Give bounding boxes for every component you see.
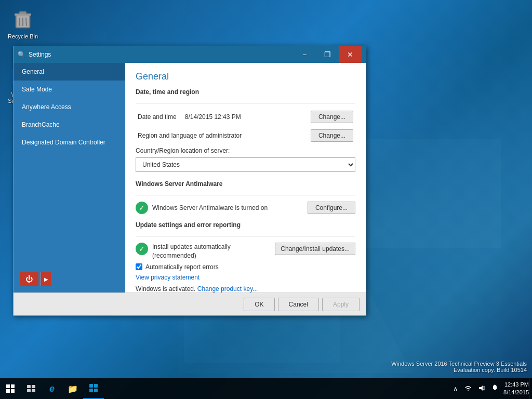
sidebar-nav: General Safe Mode Anywhere Access Branch… bbox=[14, 63, 125, 265]
dashboard-button[interactable] bbox=[83, 378, 104, 399]
date-time-section-title: Date, time and region bbox=[136, 88, 355, 98]
settings-window: 🔍 Settings − ❐ ✕ General Safe Mode bbox=[13, 46, 366, 316]
sidebar-item-anywhere-access[interactable]: Anywhere Access bbox=[14, 98, 125, 116]
taskbar-clock[interactable]: 12:43 PM 8/14/2015 bbox=[503, 381, 529, 397]
sidebar: General Safe Mode Anywhere Access Branch… bbox=[14, 63, 125, 292]
configure-button[interactable]: Configure... bbox=[308, 202, 355, 214]
svg-rect-3 bbox=[345, 254, 501, 363]
watermark: Windows Server 2016 Technical Preview 3 … bbox=[391, 361, 527, 373]
window-body: General Safe Mode Anywhere Access Branch… bbox=[14, 63, 366, 292]
region-row: Region and language of administrator Cha… bbox=[136, 128, 355, 143]
cancel-button[interactable]: Cancel bbox=[278, 298, 319, 311]
svg-rect-9 bbox=[19, 11, 26, 14]
svg-line-12 bbox=[26, 18, 26, 26]
svg-rect-8 bbox=[15, 14, 31, 16]
file-explorer-button[interactable]: 📁 bbox=[62, 378, 83, 399]
svg-rect-24 bbox=[11, 389, 15, 393]
taskbar: e 📁 ∧ bbox=[0, 378, 532, 399]
country-select[interactable]: United States bbox=[136, 157, 355, 172]
privacy-statement-link[interactable]: View privacy statement bbox=[136, 274, 355, 281]
taskbar-system-icons: ∧ bbox=[448, 383, 503, 394]
product-key-link[interactable]: Change product key... bbox=[197, 285, 258, 292]
date-time-label: Date and time bbox=[138, 113, 177, 121]
power-button[interactable]: ⏻ bbox=[20, 272, 38, 286]
minimize-button[interactable]: − bbox=[293, 46, 316, 63]
svg-rect-22 bbox=[11, 384, 15, 388]
page-title: General bbox=[136, 71, 355, 82]
date-time-row: Date and time 8/14/2015 12:43 PM Change.… bbox=[136, 110, 355, 124]
antimalware-status-icon: ✓ bbox=[136, 202, 148, 214]
svg-rect-31 bbox=[89, 389, 93, 392]
auto-report-row: Automatically report errors bbox=[136, 263, 355, 271]
svg-rect-23 bbox=[6, 389, 10, 393]
desktop: Recycle Bin WindowsServer Es... 🔍 Settin… bbox=[0, 0, 532, 399]
date-change-button[interactable]: Change... bbox=[311, 111, 353, 123]
auto-report-label: Automatically report errors bbox=[145, 263, 219, 271]
antimalware-row: ✓ Windows Server Antimalware is turned o… bbox=[136, 202, 355, 214]
taskbar-time-display: 12:43 PM bbox=[503, 381, 529, 389]
network-icon[interactable] bbox=[463, 384, 473, 394]
update-text: Install updates automatically (recommend… bbox=[152, 243, 231, 260]
section-divider-1 bbox=[136, 103, 355, 103]
update-section-title: Update settings and error reporting bbox=[136, 221, 355, 231]
sidebar-item-general[interactable]: General bbox=[14, 63, 125, 81]
country-label: Country/Region location of server: bbox=[136, 147, 355, 154]
antimalware-section: ✓ Windows Server Antimalware is turned o… bbox=[136, 202, 355, 214]
notification-icon[interactable] bbox=[490, 383, 499, 394]
window-title: Settings bbox=[29, 51, 293, 58]
sidebar-item-designated-dc[interactable]: Designated Domain Controller bbox=[14, 134, 125, 151]
svg-rect-30 bbox=[94, 384, 98, 388]
restore-button[interactable]: ❐ bbox=[316, 46, 339, 63]
title-bar: 🔍 Settings − ❐ ✕ bbox=[14, 46, 366, 63]
recycle-bin-icon bbox=[10, 6, 35, 31]
svg-marker-33 bbox=[479, 385, 483, 391]
apply-button[interactable]: Apply bbox=[322, 298, 360, 311]
section-divider-2 bbox=[136, 195, 355, 195]
svg-rect-1 bbox=[345, 139, 501, 248]
taskbar-date-display: 8/14/2015 bbox=[503, 389, 529, 396]
date-time-value: 8/14/2015 12:43 PM bbox=[185, 113, 241, 121]
svg-rect-29 bbox=[89, 384, 93, 388]
edge-button[interactable]: e bbox=[42, 378, 62, 399]
svg-rect-21 bbox=[6, 384, 10, 388]
svg-rect-32 bbox=[94, 389, 98, 392]
close-button[interactable]: ✕ bbox=[339, 46, 362, 63]
watermark-line2: Evaluation copy. Build 10514 bbox=[391, 367, 527, 373]
update-section: ✓ Install updates automatically (recomme… bbox=[136, 243, 355, 292]
antimalware-status-text: Windows Server Antimalware is turned on bbox=[152, 204, 268, 211]
task-view-button[interactable] bbox=[21, 378, 42, 399]
show-desktop-button[interactable] bbox=[529, 378, 532, 399]
svg-line-10 bbox=[19, 18, 20, 26]
svg-rect-28 bbox=[32, 389, 35, 392]
sidebar-bottom: ⏻ ▶ bbox=[14, 265, 125, 292]
country-region-row: Country/Region location of server: Unite… bbox=[136, 147, 355, 172]
update-status-icon: ✓ bbox=[136, 243, 148, 255]
activation-row: Windows is activated. Change product key… bbox=[136, 285, 355, 292]
region-label: Region and language of administrator bbox=[138, 132, 242, 139]
update-left: ✓ Install updates automatically (recomme… bbox=[136, 243, 231, 260]
antimalware-status: ✓ Windows Server Antimalware is turned o… bbox=[136, 202, 268, 214]
power-arrow-button[interactable]: ▶ bbox=[41, 272, 51, 286]
auto-report-checkbox[interactable] bbox=[136, 263, 142, 270]
update-row: ✓ Install updates automatically (recomme… bbox=[136, 243, 355, 260]
ok-button[interactable]: OK bbox=[244, 298, 274, 311]
bottom-bar: OK Cancel Apply bbox=[14, 292, 366, 315]
svg-rect-26 bbox=[32, 385, 35, 388]
start-button[interactable] bbox=[0, 378, 21, 399]
window-controls: − ❐ ✕ bbox=[293, 46, 362, 63]
search-icon: 🔍 bbox=[18, 51, 25, 58]
chevron-up-icon[interactable]: ∧ bbox=[452, 384, 459, 394]
svg-rect-27 bbox=[27, 389, 31, 392]
watermark-line1: Windows Server 2016 Technical Preview 3 … bbox=[391, 361, 527, 367]
antimalware-section-title: Windows Server Antimalware bbox=[136, 180, 355, 190]
section-divider-3 bbox=[136, 236, 355, 236]
sidebar-item-branchcache[interactable]: BranchCache bbox=[14, 116, 125, 134]
recycle-bin-label: Recycle Bin bbox=[4, 33, 42, 39]
svg-rect-25 bbox=[27, 385, 31, 388]
speaker-icon[interactable] bbox=[477, 384, 486, 394]
main-content: General Date, time and region Date and t… bbox=[125, 63, 366, 292]
install-updates-button[interactable]: Change/Install updates... bbox=[275, 243, 355, 255]
sidebar-item-safe-mode[interactable]: Safe Mode bbox=[14, 81, 125, 98]
region-change-button[interactable]: Change... bbox=[311, 129, 353, 142]
recycle-bin-desktop-icon[interactable]: Recycle Bin bbox=[2, 4, 44, 42]
